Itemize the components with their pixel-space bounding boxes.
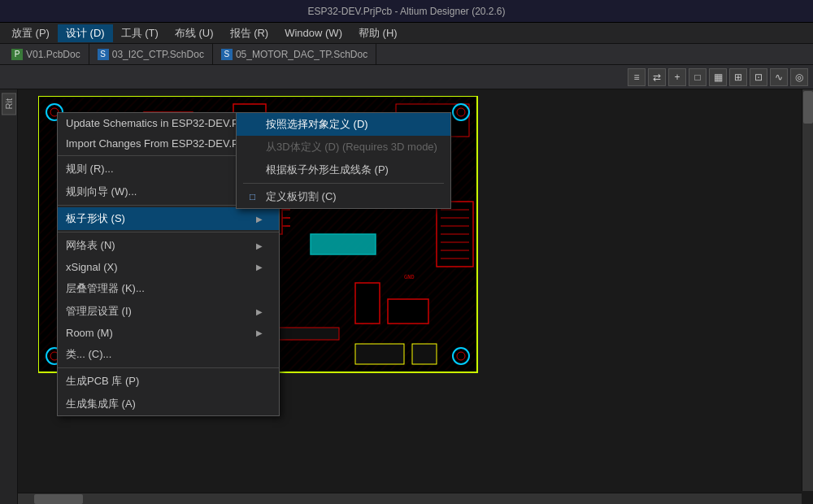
svg-rect-65: [355, 283, 380, 324]
menu-place[interactable]: 放置 (P): [3, 24, 58, 42]
menu-classes[interactable]: 类... (C)...: [58, 343, 279, 366]
define-split-icon: □: [250, 191, 261, 202]
scroll-thumb-horizontal[interactable]: [34, 494, 83, 504]
menu-sep4: [58, 367, 279, 368]
toolbar-plus-btn[interactable]: +: [668, 68, 686, 86]
menu-board-shape[interactable]: 板子形状 (S) ▶: [58, 207, 279, 230]
menu-tools[interactable]: 工具 (T): [113, 24, 167, 42]
xsignal-arrow: ▶: [256, 263, 263, 272]
left-sidebar: Rit: [0, 89, 18, 504]
title-bar: ESP32-DEV.PrjPcb - Altium Designer (20.2…: [0, 0, 813, 23]
tab-sch2[interactable]: S 05_MOTOR_DAC_TP.SchDoc: [213, 44, 376, 64]
svg-rect-72: [412, 344, 437, 364]
toolbar-connect-btn[interactable]: ⇄: [648, 68, 666, 86]
menu-route[interactable]: 布线 (U): [167, 24, 222, 42]
board-shape-arrow: ▶: [256, 215, 263, 224]
svg-point-39: [457, 352, 465, 360]
submenu-define-by-selection[interactable]: 按照选择对象定义 (D): [237, 113, 450, 136]
title-text: ESP32-DEV.PrjPcb - Altium Designer (20.2…: [308, 6, 506, 17]
toolbar-grid-btn[interactable]: ⊞: [729, 68, 747, 86]
menu-layer-manager[interactable]: 层叠管理器 (K)...: [58, 277, 279, 300]
menu-netlist[interactable]: 网络表 (N) ▶: [58, 234, 279, 257]
menu-help[interactable]: 帮助 (H): [350, 24, 406, 42]
board-shape-submenu: 按照选择对象定义 (D) 从3D体定义 (D) (Requires 3D mod…: [236, 112, 451, 209]
toolbar-chart-btn[interactable]: ▦: [709, 68, 727, 86]
menu-room[interactable]: Room (M) ▶: [58, 323, 279, 343]
tab-pcb[interactable]: P V01.PcbDoc: [3, 44, 89, 64]
scroll-thumb-vertical[interactable]: [803, 91, 813, 124]
tab-sch2-icon: S: [221, 49, 233, 60]
svg-rect-66: [388, 299, 428, 324]
svg-point-35: [457, 108, 465, 116]
toolbar-filter-btn[interactable]: ≡: [628, 68, 646, 86]
netlist-arrow: ▶: [256, 241, 263, 250]
menu-report[interactable]: 报告 (R): [222, 24, 277, 42]
menu-manage-layers[interactable]: 管理层设置 (I) ▶: [58, 300, 279, 323]
submenu-define-split[interactable]: □ 定义板切割 (C): [237, 185, 450, 208]
menu-xsignal[interactable]: xSignal (X) ▶: [58, 257, 279, 277]
toolbar-comp-btn[interactable]: ⊡: [750, 68, 767, 86]
submenu-gen-outlines[interactable]: 根据板子外形生成线条 (P): [237, 159, 450, 181]
svg-text:GND: GND: [404, 274, 415, 280]
menu-sep3: [58, 232, 279, 232]
svg-rect-71: [355, 344, 404, 364]
tab-pcb-icon: P: [11, 49, 23, 60]
toolbar: ≡ ⇄ + □ ▦ ⊞ ⊡ ∿ ◎: [0, 65, 813, 89]
menu-gen-pcb-lib[interactable]: 生成PCB 库 (P): [58, 370, 279, 393]
main-area: Rit: [0, 89, 813, 504]
menu-bar: 放置 (P) 设计 (D) 工具 (T) 布线 (U) 报告 (R) Windo…: [0, 23, 813, 44]
room-arrow: ▶: [256, 328, 263, 337]
toolbar-wave-btn[interactable]: ∿: [770, 68, 788, 86]
menu-design[interactable]: 设计 (D): [58, 24, 113, 42]
manage-layers-arrow: ▶: [256, 307, 263, 316]
submenu-sep: [243, 183, 444, 184]
menu-window[interactable]: Window (W): [276, 25, 350, 41]
tab-sch1-icon: S: [98, 49, 109, 60]
submenu-define-by-3d: 从3D体定义 (D) (Requires 3D mode): [237, 136, 450, 159]
svg-rect-40: [311, 234, 376, 254]
sidebar-tab[interactable]: Rit: [2, 93, 16, 115]
scroll-bar-horizontal[interactable]: [18, 493, 802, 504]
tab-bar: P V01.PcbDoc S 03_I2C_CTP.SchDoc S 05_MO…: [0, 44, 813, 65]
scroll-bar-vertical[interactable]: [802, 89, 813, 491]
toolbar-square-btn[interactable]: □: [689, 68, 706, 86]
tab-sch1[interactable]: S 03_I2C_CTP.SchDoc: [89, 44, 213, 64]
toolbar-target-btn[interactable]: ◎: [790, 68, 808, 86]
menu-gen-int-lib[interactable]: 生成集成库 (A): [58, 393, 279, 415]
